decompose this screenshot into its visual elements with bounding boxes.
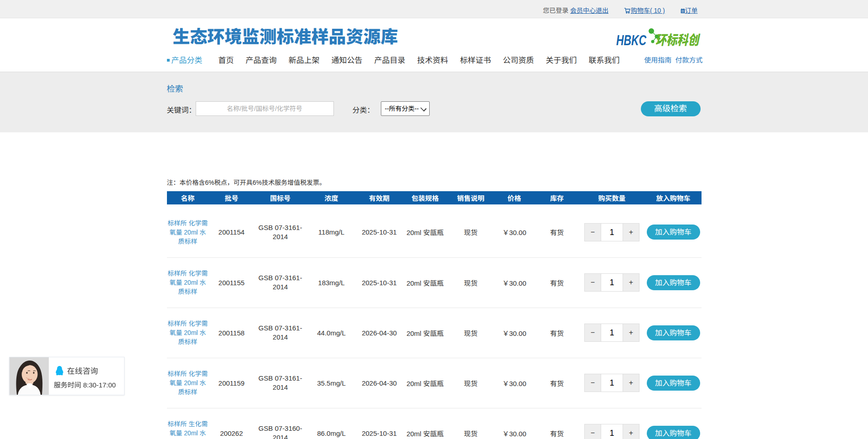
- svg-text:环标科创: 环标科创: [655, 29, 701, 48]
- svg-text:HBKC: HBKC: [616, 32, 646, 48]
